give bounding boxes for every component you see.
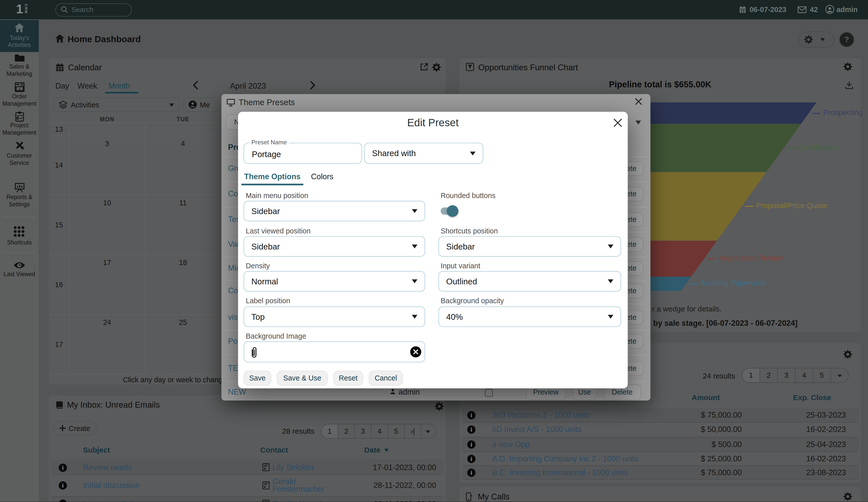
opportunity-link[interactable]: B.C. Investing International - 1000 unit… (492, 468, 628, 477)
tab-week[interactable]: Week (78, 81, 97, 90)
tab-month[interactable]: Month (108, 81, 130, 90)
week-number[interactable]: 17 (49, 341, 69, 349)
calendar-day-cell[interactable]: 25 (145, 314, 221, 374)
column-header-subject[interactable]: Subject (83, 446, 110, 454)
clear-background-image-button[interactable] (410, 346, 421, 357)
save-button[interactable]: Save (244, 371, 271, 386)
label-position-select[interactable]: Top (244, 306, 425, 327)
sidebar-item-order-management[interactable]: Order Management (0, 93, 39, 107)
preset-name-input[interactable] (251, 147, 353, 161)
calendar-day-cell[interactable]: 24 (69, 314, 145, 374)
close-icon[interactable] (612, 117, 623, 128)
calendar-gear-icon[interactable] (432, 63, 441, 72)
contact-link[interactable]: Lily Strickler (272, 463, 314, 472)
opportunity-link[interactable]: 5D Invest A/S - 1000 units (492, 425, 582, 434)
main-menu-position-select[interactable]: Sidebar (244, 201, 425, 221)
sidebar-item-sales-marketing[interactable]: Sales & Marketing (0, 63, 39, 77)
shared-with-select[interactable]: Shared with (364, 143, 483, 164)
page-button-5[interactable]: 5 (813, 368, 831, 382)
column-header-date[interactable]: Date (364, 446, 381, 454)
funnel-stage-label[interactable]: Negotiation/Review (719, 254, 783, 262)
info-icon[interactable]: i (59, 481, 67, 490)
sidebar-item-reports-settings[interactable]: Reports & Settings (0, 194, 39, 208)
shortcuts-position-select[interactable]: Sidebar (438, 236, 621, 257)
dashboard-settings-button[interactable] (799, 32, 834, 48)
user-icon[interactable] (825, 5, 834, 14)
page-button-3[interactable]: 3 (778, 368, 796, 382)
tab-colors[interactable]: Colors (307, 169, 338, 184)
calendar-day-cell[interactable]: 10 (69, 195, 145, 254)
info-icon[interactable]: i (467, 411, 475, 419)
background-image-field[interactable] (244, 341, 425, 363)
current-date[interactable]: 06-07-2023 (750, 6, 786, 14)
page-button-1[interactable]: 1 (742, 368, 760, 382)
column-header-contact[interactable]: Contact (260, 446, 288, 454)
funnel-stage-label[interactable]: Prospecting (823, 108, 862, 116)
info-icon[interactable]: i (467, 469, 475, 477)
week-number[interactable]: 15 (49, 221, 69, 229)
email-subject-link[interactable]: Review needs (83, 463, 132, 472)
calendar-day-cell[interactable]: 3 (69, 136, 145, 195)
sidebar-item-customer-service[interactable]: Customer Service (0, 152, 39, 166)
info-icon[interactable]: i (467, 426, 475, 434)
background-opacity-select[interactable]: 40% (438, 306, 621, 327)
funnel-stage-label[interactable]: Qualification (798, 143, 839, 151)
page-dropdown-button[interactable] (831, 368, 848, 382)
opportunity-link[interactable]: 360 Vacations 2 - 1000 units (492, 410, 590, 419)
toggle-knob[interactable] (447, 205, 458, 217)
calendar-day-cell[interactable]: 11 (145, 195, 221, 254)
sidebar-item-project-management[interactable]: Project Management (0, 122, 39, 136)
info-icon[interactable]: i (467, 440, 475, 449)
input-variant-select[interactable]: Outlined (438, 271, 621, 292)
cancel-button[interactable]: Cancel (369, 371, 403, 386)
next-month-icon[interactable] (309, 81, 316, 90)
funnel-gear-icon[interactable] (843, 62, 852, 71)
calendar-day-cell[interactable]: 17 (69, 254, 145, 314)
sidebar-item-shortcuts[interactable]: Shortcuts (0, 239, 39, 246)
save-and-use-button[interactable]: Save & Use (277, 371, 328, 386)
download-icon[interactable] (845, 81, 854, 90)
reset-button[interactable]: Reset (333, 371, 363, 386)
week-number[interactable]: 13 (49, 125, 69, 133)
logo-1crm[interactable]: 1 (16, 2, 23, 17)
page-button-3[interactable]: 3 (355, 425, 371, 438)
mail-icon[interactable] (798, 6, 806, 13)
home-breadcrumb-icon[interactable] (55, 34, 65, 43)
calendar-day-cell[interactable]: 4 (145, 136, 221, 195)
week-number[interactable]: 16 (49, 280, 69, 289)
my-calls-gear-icon[interactable] (843, 492, 852, 501)
last-page-button[interactable]: ›| (405, 425, 421, 438)
page-button-5[interactable]: 5 (388, 425, 405, 438)
preset-link[interactable]: NEW (228, 387, 246, 396)
popout-icon[interactable] (420, 63, 428, 71)
preset-checkbox[interactable] (485, 389, 493, 397)
calendar-icon[interactable] (738, 6, 747, 14)
page-button-2[interactable]: 2 (338, 425, 355, 438)
close-icon[interactable] (635, 98, 642, 105)
email-subject-link[interactable]: Initial discussion (83, 481, 140, 490)
help-button[interactable]: ? (839, 32, 854, 47)
calendar-day-cell[interactable]: 18 (145, 254, 221, 314)
create-email-button[interactable]: Create (53, 421, 97, 435)
last-viewed-position-select[interactable]: Sidebar (244, 236, 425, 257)
opportunities-gear-icon[interactable] (843, 349, 852, 359)
opportunity-link[interactable]: A.D. Importing Company Inc 2 - 1000 unit… (492, 454, 639, 463)
user-menu[interactable]: admin (836, 6, 857, 14)
inbox-gear-icon[interactable] (434, 401, 444, 411)
sidebar-item-todays-activities[interactable]: Today's Activities (0, 20, 39, 52)
info-icon[interactable]: i (59, 463, 67, 472)
contact-link[interactable]: Fenstermacher (272, 485, 324, 493)
funnel-stage-label[interactable]: Awaiting Paperwork (701, 279, 766, 287)
search-input[interactable] (70, 4, 128, 15)
week-number[interactable]: 14 (49, 161, 69, 169)
sidebar-item-last-viewed[interactable]: Last Viewed (0, 271, 39, 278)
page-button-4[interactable]: 4 (795, 368, 813, 382)
density-select[interactable]: Normal (244, 271, 425, 292)
column-header-amount[interactable]: Amount (670, 393, 742, 401)
page-button-2[interactable]: 2 (760, 368, 778, 382)
page-button-1[interactable]: 1 (322, 425, 338, 438)
column-header-exp-close[interactable]: Exp. Close (778, 393, 846, 401)
tab-theme-options[interactable]: Theme Options (241, 169, 303, 184)
info-icon[interactable]: i (467, 455, 475, 463)
mail-count-badge[interactable]: 42 (810, 6, 818, 14)
